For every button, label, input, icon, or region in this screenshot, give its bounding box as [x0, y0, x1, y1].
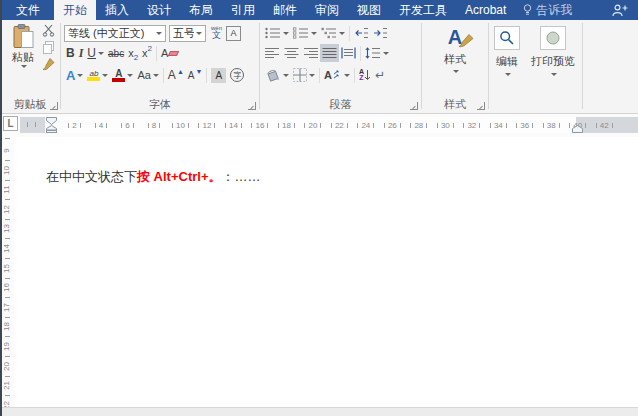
h-ruler-number: 16	[247, 117, 273, 133]
subscript-button[interactable]: x2	[126, 44, 140, 62]
tab-selector[interactable]: L	[3, 116, 18, 131]
tab-引用[interactable]: 引用	[222, 0, 264, 20]
underline-button[interactable]: U	[85, 44, 106, 62]
copy-icon[interactable]	[42, 41, 55, 54]
superscript-button[interactable]: x2	[140, 44, 154, 62]
paste-button[interactable]: 粘贴	[6, 24, 40, 68]
text-effects-button[interactable]: A	[64, 66, 85, 84]
clear-formatting-button[interactable]: A	[159, 44, 180, 62]
paragraph-group: A A Z ↵ 段落	[261, 20, 420, 113]
tab-布局[interactable]: 布局	[180, 0, 222, 20]
first-line-indent-marker[interactable]	[46, 117, 57, 125]
v-ruler-number: 20	[2, 358, 11, 374]
font-group: 等线 (中文正文) 五号 wén 文 A B	[62, 20, 258, 113]
h-ruler-number: 12	[194, 117, 220, 133]
search-icon	[499, 30, 515, 46]
asian-layout-button[interactable]: A	[322, 66, 352, 84]
clipboard-dialog-launcher-icon[interactable]	[50, 102, 58, 110]
font-dialog-launcher-icon[interactable]	[248, 102, 256, 110]
h-ruler-number: 18	[273, 117, 299, 133]
numbering-icon	[293, 27, 309, 39]
change-case-button[interactable]: Aa	[135, 66, 160, 84]
shrink-font-button[interactable]: A▼	[186, 66, 205, 84]
font-name-combo[interactable]: 等线 (中文正文)	[64, 25, 166, 42]
distribute-button[interactable]	[339, 44, 358, 62]
cut-icon[interactable]	[42, 24, 55, 37]
v-ruler-number: 15	[2, 260, 11, 276]
tab-审阅[interactable]: 审阅	[306, 0, 348, 20]
borders-dropdown-arrow-icon	[309, 74, 315, 77]
paragraph-dialog-launcher-icon[interactable]	[410, 102, 418, 110]
bold-button[interactable]: B	[64, 44, 77, 62]
font-color-icon: A	[112, 69, 125, 82]
tell-me-label: 告诉我	[536, 2, 572, 19]
character-border-button[interactable]: A	[224, 24, 243, 42]
h-ruler-number: 30	[432, 117, 458, 133]
enclose-characters-button[interactable]: 字	[228, 66, 246, 84]
ruler-left-margin-zone	[20, 117, 45, 133]
word-window: 文件 开始插入设计布局引用邮件审阅视图开发工具Acrobat 告诉我	[0, 0, 638, 416]
font-size-combo[interactable]: 五号	[169, 25, 206, 42]
hanging-indent-marker[interactable]	[46, 125, 57, 133]
highlight-icon: ab	[87, 70, 100, 81]
tab-Acrobat[interactable]: Acrobat	[456, 0, 515, 20]
right-indent-marker[interactable]	[572, 125, 583, 133]
print-preview-dropdown-arrow-icon	[551, 73, 557, 76]
tab-插入[interactable]: 插入	[96, 0, 138, 20]
tab-视图[interactable]: 视图	[348, 0, 390, 20]
preview-circle-icon	[545, 30, 561, 46]
menu-tabs: 开始插入设计布局引用邮件审阅视图开发工具Acrobat	[54, 0, 515, 20]
styles-group: A 样式 样式	[423, 20, 487, 113]
asian-layout-dropdown-arrow-icon	[344, 74, 350, 77]
print-preview-label: 打印预览	[531, 54, 575, 69]
grow-arrow-icon: ▲	[177, 68, 184, 75]
tab-开发工具[interactable]: 开发工具	[390, 0, 456, 20]
borders-button[interactable]	[291, 66, 317, 84]
numbering-button[interactable]	[291, 24, 319, 42]
phonetic-guide-button[interactable]: wén 文	[209, 24, 224, 42]
align-left-button[interactable]	[263, 44, 282, 62]
horizontal-ruler[interactable]: 24681012141618202224262830323436384042	[20, 117, 638, 133]
strikethrough-button[interactable]: abc	[106, 44, 126, 62]
italic-button[interactable]: I	[77, 44, 86, 62]
tab-邮件[interactable]: 邮件	[264, 0, 306, 20]
show-marks-button[interactable]: ↵	[373, 66, 387, 84]
highlight-color-button[interactable]: ab	[85, 66, 110, 84]
align-center-button[interactable]	[282, 44, 301, 62]
shading-button[interactable]	[263, 66, 291, 84]
font-color-button[interactable]: A	[110, 66, 135, 84]
line-spacing-button[interactable]	[363, 44, 391, 62]
multilevel-list-button[interactable]	[319, 24, 347, 42]
bullets-button[interactable]	[263, 24, 291, 42]
character-shading-button[interactable]: A	[209, 66, 228, 84]
tab-设计[interactable]: 设计	[138, 0, 180, 20]
shading-dropdown-arrow-icon	[283, 74, 289, 77]
decrease-indent-button[interactable]	[352, 24, 371, 42]
lightbulb-icon	[523, 4, 532, 17]
document-canvas[interactable]: 在中中文状态下按 Alt+Ctrl+。：……	[14, 137, 638, 407]
print-preview-button[interactable]: 打印预览	[531, 26, 575, 76]
sort-button[interactable]: A Z	[357, 66, 373, 84]
justify-button[interactable]	[320, 44, 339, 62]
tab-开始[interactable]: 开始	[54, 0, 96, 20]
document-text-segment: 按 Alt+Ctrl+。	[137, 169, 222, 184]
tab-file[interactable]: 文件	[2, 0, 54, 20]
h-ruler-number: 36	[512, 117, 538, 133]
editing-button-label: 编辑	[496, 54, 518, 69]
grow-font-button[interactable]: A▲	[166, 66, 186, 84]
share-button[interactable]	[602, 0, 638, 20]
vertical-ruler[interactable]: 910111213141516171819202122	[0, 137, 14, 407]
increase-indent-button[interactable]	[371, 24, 390, 42]
align-right-button[interactable]	[301, 44, 320, 62]
styles-dialog-launcher-icon[interactable]	[477, 102, 485, 110]
editing-button[interactable]: 编辑	[493, 26, 521, 76]
format-painter-icon[interactable]	[42, 58, 55, 71]
tell-me[interactable]: 告诉我	[515, 0, 580, 20]
underline-dropdown-arrow-icon	[98, 52, 104, 55]
clipboard-icon	[13, 24, 34, 50]
styles-button[interactable]: A 样式	[432, 25, 478, 73]
font-size-dropdown-arrow-icon	[196, 32, 202, 35]
distribute-icon	[341, 47, 356, 59]
clipboard-mini-buttons	[42, 24, 55, 71]
multilevel-dropdown-arrow-icon	[339, 32, 345, 35]
